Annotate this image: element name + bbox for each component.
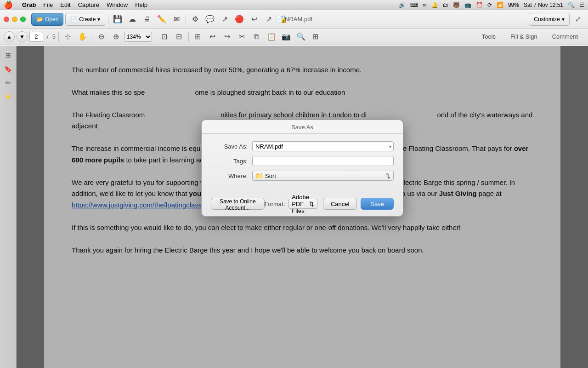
comment-tab[interactable]: Comment (546, 31, 584, 43)
sidebar-edit-icon[interactable]: ✏ (3, 77, 14, 88)
pdf-filename: NRAM.pdf (285, 16, 312, 23)
save-icon[interactable]: 💾 (111, 13, 124, 26)
toolbar-navigation: ▲ ▼ / 5 ⊹ ✋ ⊖ ⊕ 134% 100% 75% 50% ⊡ ⊟ ⊞ … (0, 29, 588, 45)
close-window-btn[interactable] (4, 17, 9, 22)
page-separator: / (47, 33, 49, 40)
menu-bar-icon5: 🗂 (443, 2, 448, 8)
zoom-out-icon[interactable]: ⊖ (95, 30, 108, 43)
toolbar-divider5 (155, 32, 155, 42)
minimize-window-btn[interactable] (12, 17, 17, 22)
print-icon[interactable]: 🖨 (141, 13, 153, 26)
customize-button[interactable]: Customize ▾ (529, 13, 570, 26)
datetime-display: Sat 7 Nov 12:51 (524, 2, 563, 8)
menu-bar-icon3: ∞ (423, 2, 427, 8)
hand-tool-icon[interactable]: ✋ (76, 30, 89, 43)
redact-icon[interactable]: 🔴 (233, 13, 246, 26)
sidebar-sign-icon[interactable]: ⚡ (3, 91, 14, 102)
form-icon[interactable]: ⊞ (309, 30, 322, 43)
create-dropdown-icon: ▾ (97, 16, 100, 23)
fit-page-icon[interactable]: ⊡ (158, 30, 171, 43)
save-button[interactable]: Save (361, 198, 394, 210)
nav-prev-button[interactable]: ▲ (4, 31, 15, 42)
menu-bar-icon4: 🔔 (431, 2, 438, 8)
save-as-label: Save As: (211, 143, 248, 150)
save-online-button[interactable]: Save to Online Account... (211, 198, 265, 210)
pdf-icon: 📄 (276, 16, 283, 23)
zoom-in-icon[interactable]: ⊕ (110, 30, 123, 43)
tags-input-wrapper[interactable] (252, 156, 394, 166)
back-icon[interactable]: ↩ (248, 13, 260, 26)
paste-icon[interactable]: 📋 (265, 30, 278, 43)
save-as-input[interactable] (255, 143, 381, 150)
menu-bar: 🍎 Grab File Edit Capture Window Help 🔊 ⌨… (0, 0, 588, 10)
dialog-overlay: Save As Save As: ▾ Tags: Where: (17, 46, 588, 368)
where-value: Sort (265, 172, 276, 179)
menu-file[interactable]: File (43, 1, 53, 8)
menu-bar-icon1: 🔊 (399, 2, 406, 8)
tools-tab[interactable]: Tools (475, 31, 502, 43)
menu-edit[interactable]: Edit (60, 1, 70, 8)
comment-icon[interactable]: 💬 (204, 13, 216, 26)
expand-icon[interactable]: ⤢ (571, 13, 584, 26)
apple-menu[interactable]: 🍎 (4, 0, 13, 9)
customize-dropdown-icon: ▾ (562, 16, 565, 23)
copy-icon[interactable]: ⧉ (250, 30, 263, 43)
create-icon: 📄 (70, 16, 77, 23)
open-button[interactable]: 📂 Open (31, 13, 63, 26)
scroll-icon[interactable]: ⊞ (192, 30, 204, 43)
where-select[interactable]: 📁 Sort ⇅ (252, 171, 394, 181)
sidebar-bookmarks-icon[interactable]: 🔖 (3, 63, 14, 75)
save-as-input-wrapper[interactable]: ▾ (252, 141, 394, 151)
fit-width-icon[interactable]: ⊟ (173, 30, 186, 43)
settings-icon[interactable]: ⚙ (189, 13, 202, 26)
where-select-content: 📁 Sort (255, 172, 276, 179)
dialog-footer: Save to Online Account... Format: Adobe … (202, 193, 403, 216)
tags-label: Tags: (211, 158, 248, 165)
email-icon[interactable]: ✉ (170, 13, 183, 26)
fill-sign-tab[interactable]: Fill & Sign (504, 31, 544, 43)
search-icon2[interactable]: 🔍 (294, 30, 307, 43)
maximize-window-btn[interactable] (20, 17, 26, 22)
tags-input[interactable] (255, 158, 381, 165)
menu-bar-icon2: ⌨ (410, 2, 418, 8)
snapshot-icon[interactable]: 📷 (280, 30, 293, 43)
format-select[interactable]: Adobe PDF Files ⇅ (288, 199, 317, 209)
edit-icon[interactable]: ✏️ (155, 13, 168, 26)
toolbar-divider6 (188, 32, 189, 42)
share-icon[interactable]: ↗ (218, 13, 231, 26)
menu-help[interactable]: Help (135, 1, 147, 8)
battery-indicator: 99% (508, 2, 519, 8)
save-as-dropdown-icon[interactable]: ▾ (389, 144, 391, 149)
save-as-dialog: Save As Save As: ▾ Tags: Where: (201, 120, 403, 217)
menu-bar-icon6: 🐻 (453, 2, 460, 8)
folder-icon: 📁 (255, 172, 263, 179)
toolbar-main: 📂 Open 📄 Create ▾ 💾 ☁ 🖨 ✏️ ✉ ⚙ 💬 ↗ 🔴 ↩ ↗… (0, 10, 588, 29)
format-label: Format: (265, 201, 285, 207)
menu-window[interactable]: Window (107, 1, 128, 8)
open-folder-icon: 📂 (36, 16, 43, 23)
search-icon[interactable]: 🔍 (568, 2, 575, 8)
select-tool-icon[interactable]: ⊹ (62, 30, 74, 43)
forward-icon[interactable]: ↗ (262, 13, 275, 26)
menu-capture[interactable]: Capture (78, 1, 99, 8)
dialog-actions: Cancel Save (323, 198, 394, 210)
toolbar-divider1 (108, 14, 108, 24)
cancel-button[interactable]: Cancel (323, 198, 357, 210)
nav-next-button[interactable]: ▼ (17, 31, 28, 42)
tags-row: Tags: (211, 156, 394, 166)
create-button[interactable]: 📄 Create ▾ (65, 13, 105, 26)
zoom-select[interactable]: 134% 100% 75% 50% (124, 32, 152, 42)
cut-icon[interactable]: ✂ (236, 30, 249, 43)
where-dropdown-icon: ⇅ (385, 172, 390, 179)
left-sidebar: ⊞ 🔖 ✏ ⚡ (0, 46, 17, 368)
window-controls (4, 17, 26, 22)
menu-icon[interactable]: ☰ (579, 2, 584, 8)
upload-icon[interactable]: ☁ (126, 13, 139, 26)
undo-icon[interactable]: ↩ (206, 30, 219, 43)
menu-bar-icon8: ⏰ (476, 2, 483, 8)
redo-icon[interactable]: ↪ (221, 30, 234, 43)
page-number-input[interactable] (29, 32, 43, 42)
toolbar-divider4 (92, 32, 92, 42)
menu-grab[interactable]: Grab (22, 1, 36, 8)
sidebar-pages-icon[interactable]: ⊞ (3, 50, 14, 61)
